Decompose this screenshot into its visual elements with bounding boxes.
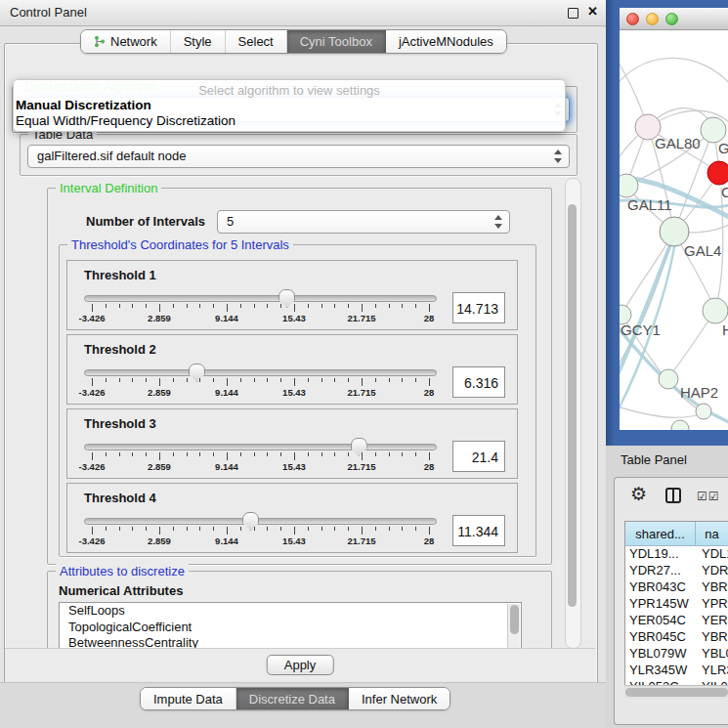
- network-edge[interactable]: [620, 58, 728, 88]
- zoom-traffic-light-icon[interactable]: [665, 13, 678, 25]
- gear-icon[interactable]: ⚙: [630, 483, 647, 505]
- attributes-scrollbar-thumb[interactable]: [510, 605, 519, 634]
- tick-mark: [254, 304, 255, 308]
- threshold-value-field[interactable]: 14.713: [452, 292, 505, 323]
- attribute-list-item[interactable]: TopologicalCoefficient: [60, 620, 521, 636]
- table-row[interactable]: YDL19...YDL1: [625, 546, 728, 563]
- network-edge[interactable]: [620, 406, 703, 417]
- tick-mark: [362, 452, 363, 460]
- column-header-name[interactable]: na: [696, 522, 728, 545]
- cell-shared-name[interactable]: YDR27...: [625, 563, 695, 579]
- tab-infer-network[interactable]: Infer Network: [349, 688, 450, 709]
- tab-select[interactable]: Select: [226, 30, 287, 53]
- tick-mark: [227, 527, 228, 535]
- network-canvas[interactable]: GAL80GCGAL11GAL4GCY1HHAP2: [620, 29, 728, 430]
- table-row[interactable]: YBL079WYBL0: [625, 646, 728, 663]
- threshold-value-field[interactable]: 21.4: [452, 441, 505, 472]
- tick-mark: [146, 378, 147, 382]
- cell-shared-name[interactable]: YDL19...: [625, 546, 695, 563]
- tab-network[interactable]: Network: [81, 30, 171, 53]
- tick-label: 9.144: [215, 535, 238, 546]
- threshold-panel: Threshold 2 -3.4262.8599.14415.4321.7152…: [66, 334, 518, 405]
- column-layout-icon[interactable]: [665, 488, 681, 503]
- popup-item-equal-width-frequency[interactable]: Equal Width/Frequency Discretization: [16, 113, 236, 128]
- cell-name[interactable]: YDL1: [695, 546, 728, 563]
- number-of-intervals-value: 5: [227, 214, 486, 229]
- cell-name[interactable]: YBR0: [695, 579, 728, 596]
- cell-name[interactable]: YBL0: [695, 646, 728, 663]
- column-header-shared-name[interactable]: shared...: [625, 522, 696, 545]
- slider-tick-labels: -3.4262.8599.14415.4321.71528: [92, 313, 429, 324]
- numerical-attributes-list[interactable]: SelfLoopsTopologicalCoefficientBetweenne…: [59, 602, 522, 650]
- cell-shared-name[interactable]: YBR045C: [625, 629, 695, 646]
- cell-shared-name[interactable]: YER054C: [625, 613, 695, 629]
- cell-name[interactable]: YDR2: [695, 563, 728, 579]
- table-panel-strip: Table Panel: [606, 446, 728, 477]
- attribute-list-item[interactable]: SelfLoops: [60, 603, 521, 620]
- number-of-intervals-combo[interactable]: 5: [217, 210, 510, 234]
- tick-mark: [415, 378, 416, 382]
- cell-name[interactable]: YBR0: [695, 629, 728, 646]
- tick-label: 15.43: [282, 461, 306, 472]
- network-node[interactable]: [703, 298, 728, 323]
- table-row[interactable]: YPR145WYPR1: [625, 596, 728, 613]
- tab-cyni-toolbox[interactable]: Cyni Toolbox: [287, 30, 386, 53]
- tab-style[interactable]: Style: [171, 30, 226, 53]
- close-traffic-light-icon[interactable]: [626, 13, 639, 25]
- apply-button[interactable]: Apply: [267, 655, 334, 675]
- table-row[interactable]: YBR043CYBR0: [625, 579, 728, 596]
- cell-shared-name[interactable]: YBL079W: [625, 646, 695, 663]
- bottom-tab-bar: Impute Data Discretize Data Infer Networ…: [140, 687, 450, 710]
- threshold-slider[interactable]: -3.4262.8599.14415.4321.71528: [84, 363, 437, 402]
- tick-label: 2.859: [148, 535, 171, 546]
- tick-label: 28: [424, 313, 435, 323]
- tick-mark: [106, 452, 107, 456]
- table-row[interactable]: YDR27...YDR2: [625, 563, 728, 579]
- tick-mark: [199, 527, 200, 531]
- tick-mark: [213, 527, 214, 531]
- node-attribute-table[interactable]: shared... na YDL19...YDL1YDR27...YDR2YBR…: [624, 521, 728, 689]
- network-node-label: G: [718, 140, 728, 156]
- tab-impute-data[interactable]: Impute Data: [141, 688, 236, 709]
- threshold-slider[interactable]: -3.4262.8599.14415.4321.71528: [84, 288, 437, 327]
- table-row[interactable]: YER054CYER0: [625, 613, 728, 629]
- network-node-label: C: [721, 184, 728, 200]
- cell-name[interactable]: YER0: [695, 613, 728, 629]
- main-scrollbar-thumb[interactable]: [568, 204, 577, 607]
- tick-mark: [362, 304, 363, 312]
- threshold-value-field[interactable]: 6.316: [452, 366, 505, 398]
- table-horizontal-scrollbar[interactable]: [624, 685, 728, 699]
- cell-shared-name[interactable]: YLR345W: [625, 663, 695, 679]
- tab-discretize-data[interactable]: Discretize Data: [236, 688, 349, 709]
- cell-name[interactable]: YLR3: [695, 663, 728, 679]
- tick-mark: [321, 527, 322, 531]
- tick-mark: [187, 527, 188, 531]
- cell-shared-name[interactable]: YPR145W: [625, 596, 695, 613]
- table-row[interactable]: YBR045CYBR0: [625, 629, 728, 646]
- table-hscrollbar-thumb[interactable]: [625, 688, 728, 697]
- minimize-traffic-light-icon[interactable]: [646, 13, 659, 25]
- attributes-scrollbar[interactable]: [507, 604, 520, 648]
- threshold-slider[interactable]: -3.4262.8599.14415.4321.71528: [84, 437, 437, 476]
- tick-mark: [402, 452, 403, 456]
- popup-item-manual-discretization[interactable]: Manual Discretization: [16, 98, 151, 112]
- tab-jactivemnodules[interactable]: jActiveMNodules: [386, 30, 506, 53]
- network-node[interactable]: [707, 161, 728, 185]
- close-icon[interactable]: ✕: [587, 4, 598, 19]
- network-node[interactable]: [696, 404, 711, 419]
- network-node[interactable]: [671, 420, 689, 430]
- select-columns-icons[interactable]: ☑☑: [697, 490, 720, 503]
- table-data-combo[interactable]: galFiltered.sif default node: [27, 145, 570, 168]
- float-window-icon[interactable]: [568, 8, 578, 19]
- tick-label: 2.859: [148, 461, 171, 472]
- cell-shared-name[interactable]: YBR043C: [625, 579, 695, 596]
- network-node[interactable]: [659, 369, 678, 389]
- combo-arrows-icon: [493, 215, 502, 229]
- threshold-slider[interactable]: -3.4262.8599.14415.4321.71528: [84, 511, 437, 550]
- main-vertical-scrollbar[interactable]: [565, 178, 581, 649]
- cell-name[interactable]: YPR1: [695, 596, 728, 613]
- threshold-value-field[interactable]: 11.344: [452, 515, 505, 546]
- table-row[interactable]: YLR345WYLR3: [625, 663, 728, 679]
- tick-mark: [280, 527, 281, 531]
- network-node[interactable]: [620, 174, 638, 197]
